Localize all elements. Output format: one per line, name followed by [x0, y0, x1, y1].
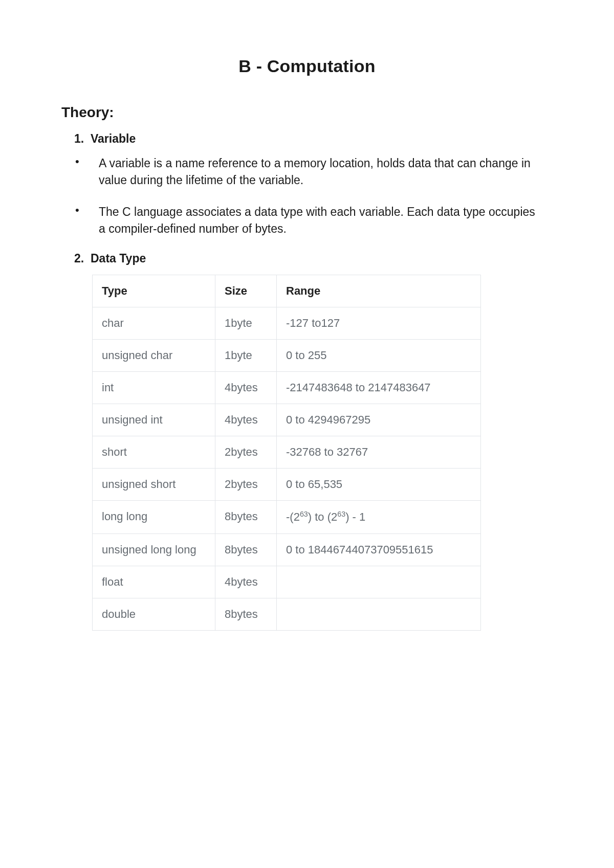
cell-type: double — [93, 598, 215, 630]
cell-range: -127 to127 — [277, 307, 481, 340]
cell-type: unsigned long long — [93, 533, 215, 566]
cell-range: 0 to 18446744073709551615 — [277, 533, 481, 566]
table-row: unsigned int4bytes0 to 4294967295 — [93, 404, 481, 436]
cell-range — [277, 566, 481, 598]
table-row: double8bytes — [93, 598, 481, 630]
data-type-table-wrap: Type Size Range char1byte-127 to127unsig… — [92, 275, 481, 630]
cell-type: unsigned int — [93, 404, 215, 436]
theory-item-2: 2. Data Type — [74, 252, 553, 265]
cell-size: 2bytes — [215, 469, 277, 501]
cell-size: 1byte — [215, 307, 277, 340]
cell-type: int — [93, 372, 215, 404]
cell-size: 8bytes — [215, 598, 277, 630]
cell-type: short — [93, 436, 215, 469]
cell-type: unsigned short — [93, 469, 215, 501]
table-row: unsigned short2bytes0 to 65,535 — [93, 469, 481, 501]
header-type: Type — [93, 275, 215, 307]
page-title: B - Computation — [61, 56, 553, 76]
bullet-text: A variable is a name reference to a memo… — [99, 155, 553, 189]
cell-size: 8bytes — [215, 501, 277, 533]
table-row: short2bytes-32768 to 32767 — [93, 436, 481, 469]
cell-range — [277, 598, 481, 630]
table-row: int4bytes-2147483648 to 2147483647 — [93, 372, 481, 404]
table-row: float4bytes — [93, 566, 481, 598]
theory-item-1: 1. Variable — [74, 132, 553, 146]
section-heading: Theory: — [61, 104, 553, 121]
table-row: unsigned char1byte0 to 255 — [93, 340, 481, 372]
cell-range: -32768 to 32767 — [277, 436, 481, 469]
cell-range: 0 to 255 — [277, 340, 481, 372]
item-label: Data Type — [91, 252, 146, 265]
data-type-table: Type Size Range char1byte-127 to127unsig… — [92, 275, 481, 630]
cell-type: long long — [93, 501, 215, 533]
bullet-icon: • — [74, 155, 99, 168]
cell-type: char — [93, 307, 215, 340]
table-row: unsigned long long8bytes0 to 18446744073… — [93, 533, 481, 566]
cell-size: 4bytes — [215, 372, 277, 404]
cell-range: 0 to 4294967295 — [277, 404, 481, 436]
cell-range: -(263) to (263) - 1 — [277, 501, 481, 533]
bullet-1: • A variable is a name reference to a me… — [74, 155, 553, 189]
cell-type: float — [93, 566, 215, 598]
bullet-2: • The C language associates a data type … — [74, 204, 553, 238]
cell-size: 4bytes — [215, 404, 277, 436]
cell-range: 0 to 65,535 — [277, 469, 481, 501]
cell-type: unsigned char — [93, 340, 215, 372]
item-label: Variable — [91, 132, 136, 146]
item-number: 2. — [74, 252, 91, 265]
bullet-text: The C language associates a data type wi… — [99, 204, 553, 238]
cell-size: 1byte — [215, 340, 277, 372]
item-number: 1. — [74, 132, 91, 146]
table-header-row: Type Size Range — [93, 275, 481, 307]
cell-size: 8bytes — [215, 533, 277, 566]
bullet-icon: • — [74, 204, 99, 217]
header-range: Range — [277, 275, 481, 307]
cell-size: 4bytes — [215, 566, 277, 598]
cell-range: -2147483648 to 2147483647 — [277, 372, 481, 404]
cell-size: 2bytes — [215, 436, 277, 469]
header-size: Size — [215, 275, 277, 307]
table-row: char1byte-127 to127 — [93, 307, 481, 340]
table-row: long long8bytes-(263) to (263) - 1 — [93, 501, 481, 533]
